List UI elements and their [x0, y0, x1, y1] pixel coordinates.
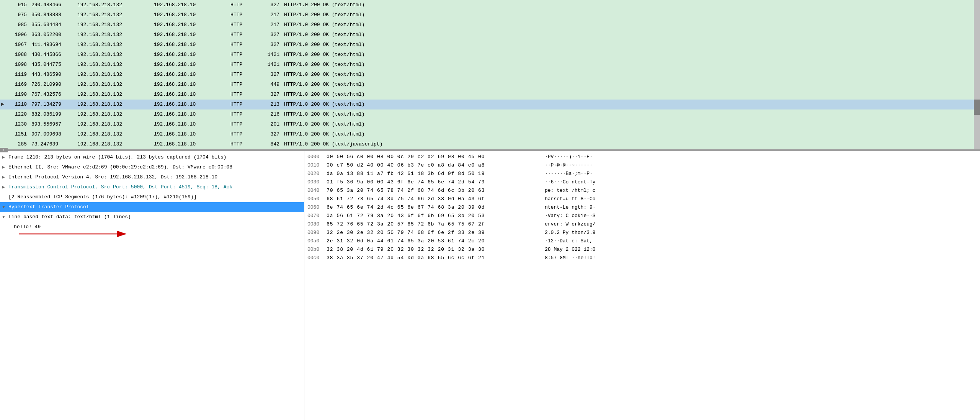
- packet-src: 192.168.218.132: [77, 10, 154, 20]
- hex-ascii: 2.0.2 Py thon/3.9: [545, 229, 621, 236]
- packet-time: 907.009698: [31, 129, 77, 139]
- detail-row[interactable]: ▼Line-based text data: text/html (1 line…: [0, 212, 304, 222]
- packet-info: HTTP/1.0 200 OK (text/html): [284, 80, 977, 90]
- packet-time: 350.848888: [31, 10, 77, 20]
- packet-info: HTTP/1.0 200 OK (text/html): [284, 50, 977, 60]
- packet-info: HTTP/1.0 200 OK (text/html): [284, 10, 977, 20]
- hex-row: 00c0 38 3a 35 37 20 47 4d 54 0d 0a 68 65…: [304, 253, 980, 262]
- packet-row[interactable]: 285 73.247639 192.168.218.132 192.168.21…: [0, 139, 980, 149]
- scrollbar-thumb[interactable]: [974, 100, 980, 115]
- packet-list-scrollbar[interactable]: [974, 0, 980, 149]
- detail-pane: ▶Frame 1210: 213 bytes on wire (1704 bit…: [0, 151, 304, 420]
- packet-src: 192.168.218.132: [77, 0, 154, 10]
- resize-handle[interactable]: [0, 148, 8, 152]
- packet-proto: HTTP: [230, 20, 261, 30]
- packet-row[interactable]: 915 290.488466 192.168.218.132 192.168.2…: [0, 0, 980, 10]
- packet-row[interactable]: 1006 363.052200 192.168.218.132 192.168.…: [0, 30, 980, 40]
- packet-row[interactable]: 1220 882.086199 192.168.218.132 192.168.…: [0, 109, 980, 119]
- packet-row[interactable]: 1251 907.009698 192.168.218.132 192.168.…: [0, 129, 980, 139]
- hex-ascii: pe: text /html; c: [545, 187, 621, 194]
- packet-time: 882.086199: [31, 109, 77, 119]
- expand-collapsed-icon: ▶: [2, 154, 8, 161]
- packet-row[interactable]: 1210 797.134279 192.168.218.132 192.168.…: [0, 100, 980, 109]
- packet-time: 767.432576: [31, 90, 77, 100]
- packet-proto: HTTP: [230, 119, 261, 129]
- packet-dst: 192.168.218.10: [154, 10, 230, 20]
- packet-row[interactable]: 1190 767.432576 192.168.218.132 192.168.…: [0, 90, 980, 100]
- packet-time: 363.052200: [31, 30, 77, 40]
- packet-proto: HTTP: [230, 90, 261, 100]
- packet-proto: HTTP: [230, 60, 261, 70]
- packet-dst: 192.168.218.10: [154, 139, 230, 149]
- packet-dst: 192.168.218.10: [154, 80, 230, 90]
- packet-src: 192.168.218.132: [77, 90, 154, 100]
- packets-container: 915 290.488466 192.168.218.132 192.168.2…: [0, 0, 980, 149]
- packet-len: 213: [261, 100, 284, 109]
- hex-row: 00b0 32 38 20 4d 61 79 20 32 30 32 32 20…: [304, 245, 980, 253]
- packet-time: 797.134279: [31, 100, 77, 109]
- packet-no: 975: [8, 10, 31, 20]
- packet-proto: HTTP: [230, 10, 261, 20]
- packet-no: 1220: [8, 109, 31, 119]
- packet-src: 192.168.218.132: [77, 80, 154, 90]
- detail-row[interactable]: [2 Reassembled TCP Segments (176 bytes):…: [0, 192, 304, 202]
- detail-row[interactable]: ▶Internet Protocol Version 4, Src: 192.1…: [0, 172, 304, 182]
- packet-info: HTTP/1.0 200 OK (text/html): [284, 30, 977, 40]
- detail-row[interactable]: ▶Frame 1210: 213 bytes on wire (1704 bit…: [0, 152, 304, 162]
- hex-ascii: 28 May 2 022 12:0: [545, 246, 621, 253]
- packet-proto: HTTP: [230, 139, 261, 149]
- packet-row[interactable]: 1067 411.493694 192.168.218.132 192.168.…: [0, 40, 980, 50]
- hex-row: 0020 da 0a 13 88 11 a7 fb 42 61 18 3b 6d…: [304, 169, 980, 178]
- hex-row: 0080 65 72 76 65 72 3a 20 57 65 72 6b 7a…: [304, 220, 980, 228]
- detail-row[interactable]: ▼Hypertext Transfer Protocol: [0, 202, 304, 212]
- hex-ascii: ·Vary: C ookie··S: [545, 212, 621, 219]
- packet-proto: HTTP: [230, 40, 261, 50]
- packet-src: 192.168.218.132: [77, 50, 154, 60]
- packet-proto: HTTP: [230, 0, 261, 10]
- packet-row[interactable]: 1098 435.044775 192.168.218.132 192.168.…: [0, 60, 980, 70]
- detail-row[interactable]: ▶Ethernet II, Src: VMware_c2:d2:69 (00:0…: [0, 162, 304, 172]
- packet-row[interactable]: 1088 430.445866 192.168.218.132 192.168.…: [0, 50, 980, 60]
- hex-ascii: ntent-Le ngth: 9·: [545, 204, 621, 211]
- packet-src: 192.168.218.132: [77, 129, 154, 139]
- detail-row[interactable]: ▶Transmission Control Protocol, Src Port…: [0, 182, 304, 192]
- packet-dst: 192.168.218.10: [154, 0, 230, 10]
- packet-len: 1421: [261, 60, 284, 70]
- hex-ascii: ·12··Dat e: Sat,: [545, 237, 621, 244]
- packet-proto: HTTP: [230, 50, 261, 60]
- packet-src: 192.168.218.132: [77, 20, 154, 30]
- packet-dst: 192.168.218.10: [154, 129, 230, 139]
- packet-row[interactable]: 985 355.634484 192.168.218.132 192.168.2…: [0, 20, 980, 30]
- packet-no: 1190: [8, 90, 31, 100]
- hex-offset: 0060: [307, 204, 327, 211]
- packet-info: HTTP/1.0 200 OK (text/html): [284, 90, 977, 100]
- packet-src: 192.168.218.132: [77, 119, 154, 129]
- packet-time: 411.493694: [31, 40, 77, 50]
- packet-row[interactable]: 1169 726.210990 192.168.218.132 192.168.…: [0, 80, 980, 90]
- hex-bytes: 32 2e 30 2e 32 20 50 79 74 68 6f 6e 2f 3…: [327, 229, 545, 236]
- packet-info: HTTP/1.0 200 OK (text/javascript): [284, 139, 977, 149]
- packet-dst: 192.168.218.10: [154, 109, 230, 119]
- packet-dst: 192.168.218.10: [154, 119, 230, 129]
- packet-time: 355.634484: [31, 20, 77, 30]
- bottom-pane: ▶Frame 1210: 213 bytes on wire (1704 bit…: [0, 151, 980, 420]
- packet-no: 1098: [8, 60, 31, 70]
- packet-len: 216: [261, 109, 284, 119]
- packet-row[interactable]: 1119 443.486590 192.168.218.132 192.168.…: [0, 70, 980, 80]
- packet-proto: HTTP: [230, 70, 261, 80]
- packet-len: 842: [261, 139, 284, 149]
- packet-proto: HTTP: [230, 100, 261, 109]
- packet-proto: HTTP: [230, 129, 261, 139]
- packet-dst: 192.168.218.10: [154, 30, 230, 40]
- packet-dst: 192.168.218.10: [154, 60, 230, 70]
- packet-proto: HTTP: [230, 80, 261, 90]
- packet-time: 435.044775: [31, 60, 77, 70]
- packet-no: 985: [8, 20, 31, 30]
- packet-dst: 192.168.218.10: [154, 40, 230, 50]
- hex-offset: 0000: [307, 153, 327, 160]
- packet-row[interactable]: 975 350.848888 192.168.218.132 192.168.2…: [0, 10, 980, 20]
- resize-bar[interactable]: [0, 149, 980, 151]
- packet-info: HTTP/1.0 200 OK (text/html): [284, 0, 977, 10]
- packet-no: 1169: [8, 80, 31, 90]
- packet-row[interactable]: 1230 893.556957 192.168.218.132 192.168.…: [0, 119, 980, 129]
